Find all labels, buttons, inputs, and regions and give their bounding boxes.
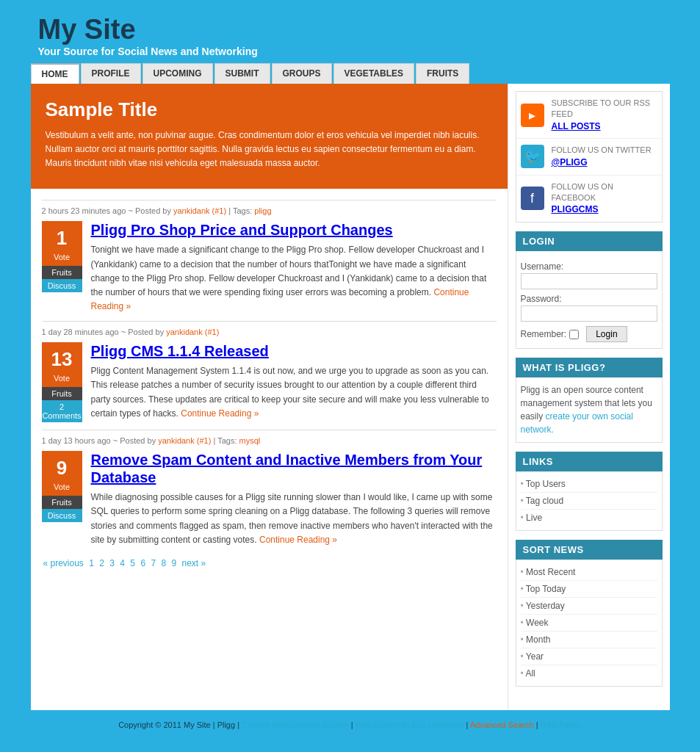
pagination-page-5[interactable]: 5 [130,558,135,568]
what-pligg-box: WHAT IS PLIGG? Pligg is an open source c… [516,358,663,443]
username-input[interactable] [521,273,657,289]
vote-num-3: 9 [42,451,82,481]
sort-link-all[interactable]: All [525,668,535,679]
facebook-link[interactable]: PLIGGCMS [552,204,599,214]
pagination-page-6[interactable]: 6 [140,558,145,568]
password-input[interactable] [521,306,657,322]
username-label: Username: [521,261,657,272]
post-divider-3 [42,430,497,430]
sort-yesterday: Yesterday [521,598,657,615]
nav-profile[interactable]: PROFILE [81,63,141,84]
facebook-icon: f [521,187,544,210]
facebook-text: FOLLOW US ON FACEBOOK PLIGGCMS [552,181,657,217]
post-item-1: 1 Vote Fruits Discuss Pligg Pro Shop Pri… [42,221,497,314]
post-read-more-2[interactable]: Continue Reading » [181,408,259,419]
nav-home[interactable]: HOME [31,63,79,84]
remember-row: Remember: Login [521,326,657,342]
main-col: Sample Title Vestibulum a velit ante, no… [31,84,508,710]
vote-num-2: 13 [42,342,82,372]
post-title-link-3[interactable]: Remove Spam Content and Inactive Members… [91,452,483,485]
post-item-2: 13 Vote Fruits 2 Comments Pligg CMS 1.1.… [42,342,497,422]
social-wrapper: ▸ SUBSCRIBE TO OUR RSS FEED ALL POSTS 🐦 … [516,91,663,223]
sort-link-top-today[interactable]: Top Today [526,584,566,594]
post-title-link-1[interactable]: Pligg Pro Shop Price and Support Changes [91,222,393,238]
rss-item: ▸ SUBSCRIBE TO OUR RSS FEED ALL POSTS [516,92,662,140]
post-author-2[interactable]: yankidank (#1) [166,328,219,336]
post-body-2: Pligg Content Management System 1.1.4 is… [91,364,497,421]
nav-submit[interactable]: SUBMIT [214,63,270,84]
nav-upcoming[interactable]: UPCOMING [142,63,213,84]
sort-link-yesterday[interactable]: Yesterday [526,601,565,611]
post-read-more-3[interactable]: Continue Reading » [259,535,337,545]
vote-box-2: 13 Vote Fruits 2 Comments [42,342,82,422]
twitter-link[interactable]: @PLIGG [552,157,588,167]
footer-link-cms[interactable]: Content Management System [242,720,349,729]
pagination-page-7[interactable]: 7 [151,558,156,568]
footer-link-search[interactable]: Advanced Search [470,720,534,729]
rss-text: SUBSCRIBE TO OUR RSS FEED ALL POSTS [552,98,657,133]
login-button[interactable]: Login [586,326,627,342]
sort-week: Week [521,615,657,632]
facebook-item: f FOLLOW US ON FACEBOOK PLIGGCMS [516,176,662,223]
pagination-page-4[interactable]: 4 [120,558,125,568]
sidebar: ▸ SUBSCRIBE TO OUR RSS FEED ALL POSTS 🐦 … [508,84,670,710]
main-nav: HOME PROFILE UPCOMING SUBMIT GROUPS VEGE… [31,63,670,84]
hero-title: Sample Title [46,98,493,121]
twitter-label: FOLLOW US ON TWITTER [552,145,652,154]
remember-label: Remember: [521,329,567,339]
post-divider-2 [42,321,497,322]
pagination-page-1[interactable]: 1 [89,558,94,568]
post-content-1: Pligg Pro Shop Price and Support Changes… [91,221,497,314]
vote-action-1[interactable]: Discuss [42,279,82,292]
pagination-next[interactable]: next » [182,558,206,568]
pagination-page-3[interactable]: 3 [109,558,115,568]
post-author-1[interactable]: yankidank (#1) [173,206,226,215]
vote-action-2[interactable]: 2 Comments [42,400,82,422]
pagination-page-2[interactable]: 2 [99,558,104,568]
post-body-3: While diagnosing possible causes for a P… [91,491,497,547]
hero-body: Vestibulum a velit ante, non pulvinar au… [46,129,493,171]
vote-action-3[interactable]: Discuss [42,509,82,522]
sort-top-today: Top Today [521,581,657,598]
sort-link-most-recent[interactable]: Most Recent [526,567,575,577]
post-time-2: 1 day 28 minutes ago ~ Posted by [42,328,165,336]
what-pligg-content: Pligg is an open source content manageme… [516,377,663,443]
nav-groups[interactable]: GROUPS [272,63,332,84]
vote-category-3[interactable]: Fruits [42,496,82,509]
what-pligg-header: WHAT IS PLIGG? [516,358,663,377]
post-tag-1[interactable]: pligg [254,206,271,215]
vote-category-2[interactable]: Fruits [42,387,82,400]
pagination-prev[interactable]: « previous [43,558,84,568]
post-divider-1 [42,200,497,200]
links-link-tag-cloud[interactable]: Tag cloud [526,496,563,506]
sort-news-header: SORT NEWS [516,540,663,560]
rss-icon: ▸ [521,104,544,127]
links-link-top-users[interactable]: Top Users [526,479,566,489]
links-box: LINKS Top Users Tag cloud Live [516,452,663,531]
post-tags-label-1: Tags: [233,206,252,215]
links-link-live[interactable]: Live [526,513,542,523]
post-tag-3[interactable]: mysql [239,436,261,445]
pagination-page-9[interactable]: 9 [171,558,176,568]
sort-link-month[interactable]: Month [526,634,550,645]
sort-link-week[interactable]: Week [526,618,548,628]
vote-category-1[interactable]: Fruits [42,266,82,279]
nav-vegetables[interactable]: VEGETABLES [333,63,414,84]
post-author-3[interactable]: yankidank (#1) [158,436,211,445]
rss-link[interactable]: ALL POSTS [552,121,601,131]
pagination-page-8[interactable]: 8 [161,558,166,568]
footer-link-rss[interactable]: RSS Feeds [541,720,582,729]
content-wrapper: Sample Title Vestibulum a velit ante, no… [31,84,670,710]
site-subtitle: Your Source for Social News and Networki… [38,46,670,57]
footer-link-design[interactable]: Web Design by Eric Heikkinen [356,720,464,729]
post-content-2: Pligg CMS 1.1.4 Released Pligg Content M… [91,342,497,422]
pagination: « previous 1 2 3 4 5 6 7 8 9 next » [42,558,497,568]
post-title-link-2[interactable]: Pligg CMS 1.1.4 Released [91,343,269,359]
links-item-live: Live [521,510,657,526]
sort-link-year[interactable]: Year [526,651,544,662]
post-meta-2: 1 day 28 minutes ago ~ Posted by yankida… [42,328,497,336]
remember-checkbox[interactable] [569,330,579,339]
nav-fruits[interactable]: FRUITS [416,63,469,84]
vote-num-1: 1 [42,221,82,251]
vote-label-2: Vote [42,372,82,387]
